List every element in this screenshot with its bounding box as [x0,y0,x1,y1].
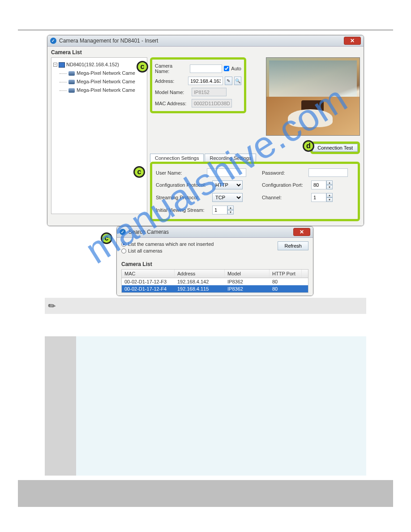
table-content-cell [76,459,366,476]
tab-connection-settings[interactable]: Connection Settings [150,154,204,162]
search-button[interactable]: 🔍 [234,77,241,85]
initial-viewing-stream-label: Initial Viewing Stream: [156,207,210,213]
search-icon: 🔍 [235,78,240,83]
detect-button[interactable]: ✎ [225,77,232,85]
table-stub-cell [45,459,76,476]
filter-all-option[interactable]: List all cameras [121,248,278,253]
channel-input[interactable] [311,193,326,202]
close-button[interactable]: ✕ [344,37,361,45]
pencil-icon: ✎ [46,299,58,312]
spin-up-icon[interactable]: ▲ [326,180,333,185]
table-content-cell [76,390,366,433]
table-stub-cell [45,390,76,433]
camera-name-input[interactable] [190,64,222,73]
close-button[interactable]: ✕ [293,228,310,236]
camera-icon [68,80,75,84]
window-title: Search Cameras [128,229,169,235]
password-label: Password: [262,170,307,176]
camera-icon [68,71,75,76]
config-port-spinner[interactable]: ▲▼ [311,180,333,189]
spin-down-icon[interactable]: ▼ [227,210,234,215]
spin-down-icon[interactable]: ▼ [326,185,333,189]
tree-camera-node[interactable]: Mega-Pixel Network Came [68,69,145,77]
auto-checkbox[interactable] [224,66,229,71]
user-name-label: User Name: [156,170,205,176]
camera-name-label: Camera Name: [155,63,188,74]
col-mac[interactable]: MAC [122,270,175,278]
camera-results-table: MAC Address Model HTTP Port 00-02-D1-17-… [121,269,308,293]
spin-up-icon[interactable]: ▲ [326,193,333,197]
annotation-badge-c: c [133,166,145,178]
annotation-badge-c: c [137,61,148,73]
tree-expand-icon[interactable]: − [53,63,57,67]
tree-node-label: Mega-Pixel Network Came [77,69,135,77]
spin-up-icon[interactable]: ▲ [227,206,234,210]
table-content-cell [76,433,366,459]
initial-stream-spinner[interactable]: ▲▼ [212,206,234,215]
model-name-input [192,88,227,96]
annotation-badge-d: d [303,140,314,152]
tab-recording-settings[interactable]: Recording Settings [205,154,256,162]
settings-tabs: Connection Settings Recording Settings [150,154,360,162]
address-label: Address: [155,78,186,84]
close-icon: ✕ [350,38,355,44]
refresh-button[interactable]: Refresh [278,241,308,250]
user-name-input[interactable] [207,168,246,177]
config-port-label: Configuration Port: [262,182,309,188]
app-icon: ✓ [120,229,126,235]
tree-node-label: Mega-Pixel Network Came [77,86,135,94]
table-row[interactable]: 00-02-D1-17-12-F4 192.168.4.115 IP8362 8… [122,285,308,292]
close-icon: ✕ [300,229,304,235]
radio-label: List the cameras which are not inserted [128,241,214,247]
table-stub-cell [45,336,76,390]
note-bar: ✎ [45,298,366,314]
address-input[interactable] [188,77,223,85]
camera-tree[interactable]: − ND8401(192.168.4.152) Mega-Pixel Netwo… [51,57,147,214]
radio-icon [121,242,126,247]
camera-preview-thumbnail [266,57,360,136]
channel-spinner[interactable]: ▲▼ [311,193,333,202]
password-input[interactable] [308,168,348,177]
camera-info-box: Camera Name: Auto Address: ✎ 🔍 M [150,57,246,113]
col-model[interactable]: Model [225,270,270,278]
annotation-badge-c: c [101,232,112,244]
col-address[interactable]: Address [175,270,225,278]
camera-icon [68,88,75,93]
titlebar: ✓ Camera Management for ND8401 - Insert … [47,35,364,47]
filter-not-inserted-option[interactable]: List the cameras which are not inserted [121,241,278,247]
page-header-band [18,0,393,30]
config-port-input[interactable] [311,180,326,189]
connection-settings-panel: c User Name: Password: [150,162,360,221]
col-http-port[interactable]: HTTP Port [270,270,302,278]
connection-test-button[interactable]: Connection Test [313,144,358,152]
titlebar: ✓ Search Cameras ✕ [117,227,313,238]
radio-icon [121,249,126,253]
window-title: Camera Management for ND8401 - Insert [59,38,158,44]
tree-root-node[interactable]: − ND8401(192.168.4.152) [53,60,145,69]
config-protocol-label: Configuration Protocol: [156,182,210,188]
model-name-label: Model Name: [155,90,190,95]
tree-node-label: Mega-Pixel Network Came [77,77,135,86]
spin-down-icon[interactable]: ▼ [326,197,333,202]
tree-camera-node[interactable]: Mega-Pixel Network Came [68,77,145,86]
table-header: MAC Address Model HTTP Port [122,270,308,278]
config-protocol-select[interactable]: HTTP [212,180,243,189]
table-stub-cell [45,433,76,459]
camera-list-heading: Camera List [51,49,360,56]
item-table [45,336,366,476]
radio-label: List all cameras [128,248,162,253]
streaming-protocol-select[interactable]: TCP [212,193,243,202]
tree-root-label: ND8401(192.168.4.152) [66,60,119,69]
camera-list-heading: Camera List [121,261,308,267]
camera-management-window: ✓ Camera Management for ND8401 - Insert … [47,35,364,226]
streaming-protocol-label: Streaming Protocol: [156,195,210,200]
initial-stream-input[interactable] [212,206,227,215]
table-row[interactable]: 00-02-D1-17-12-F3 192.168.4.142 IP8362 8… [122,278,308,285]
mac-address-label: MAC Address: [155,101,190,106]
auto-label: Auto [231,66,241,71]
connection-test-box: Connection Test [310,142,360,154]
channel-label: Channel: [262,195,309,200]
app-icon: ✓ [50,38,56,44]
tree-camera-node[interactable]: Mega-Pixel Network Came [68,86,145,94]
mac-address-input [192,99,232,107]
